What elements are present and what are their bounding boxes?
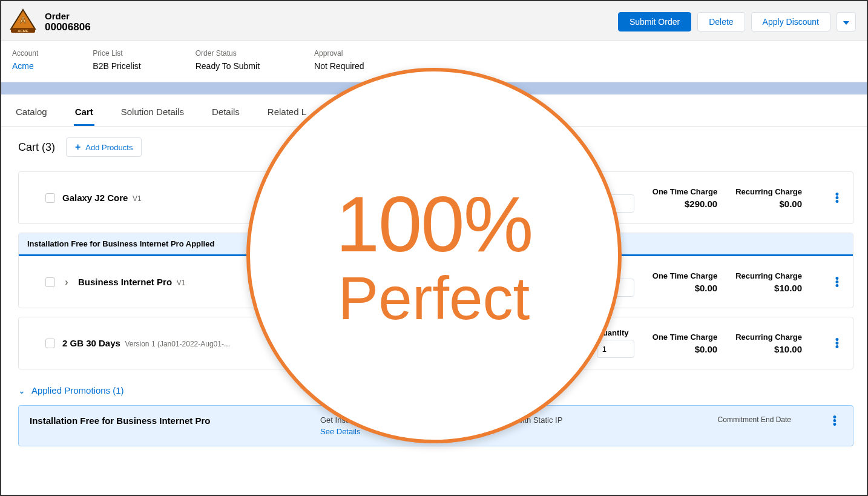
row-checkbox[interactable]: [45, 339, 55, 348]
tab-related[interactable]: Related L: [266, 98, 307, 126]
see-details-link[interactable]: See Details: [320, 427, 658, 436]
svg-text:ACME: ACME: [18, 29, 28, 33]
quantity-label: Quantity: [597, 328, 634, 337]
product-name[interactable]: Galaxy J2 Core: [62, 193, 128, 203]
quantity-input[interactable]: [597, 279, 634, 297]
product-name[interactable]: 2 GB 30 Days: [62, 338, 120, 348]
otc-value: $0.00: [653, 283, 717, 293]
tab-catalog[interactable]: Catalog: [15, 98, 48, 126]
order-number: 00006806: [45, 21, 91, 33]
pricelist-label: Price List: [93, 49, 140, 58]
cart-item-card: Galaxy J2 Core V1 Quantity One Time Char…: [18, 171, 853, 224]
pricelist-value: B2B Pricelist: [93, 61, 140, 71]
caret-down-icon: [843, 21, 849, 25]
commitment-end-date-label: Commitment End Date: [694, 415, 791, 424]
otc-label: One Time Charge: [653, 187, 717, 196]
delete-button[interactable]: Delete: [697, 12, 745, 31]
row-checkbox[interactable]: [45, 277, 55, 287]
plus-icon: +: [75, 142, 81, 153]
account-link[interactable]: Acme: [12, 61, 38, 71]
promotion-actions-menu[interactable]: •••: [827, 415, 842, 426]
otc-label: One Time Charge: [653, 332, 717, 342]
order-status-value: Ready To Submit: [196, 61, 260, 71]
record-highlights: Account Acme Price List B2B Pricelist Or…: [1, 41, 867, 82]
product-version: Version 1 (Jan01-2022-Aug01-...: [125, 340, 230, 348]
expand-chevron-icon[interactable]: ›: [62, 278, 71, 286]
page-header: A ACME Order 00006806 Submit Order Delet…: [1, 1, 867, 41]
cart-title: Cart (3): [18, 141, 55, 154]
approval-value: Not Required: [314, 61, 364, 71]
apply-discount-button[interactable]: Apply Discount: [751, 12, 830, 31]
quantity-input[interactable]: [597, 194, 634, 213]
product-version: V1: [177, 279, 186, 287]
row-actions-menu[interactable]: •••: [830, 338, 844, 349]
row-actions-menu[interactable]: •••: [830, 277, 844, 288]
rc-value: $0.00: [735, 199, 802, 209]
rc-label: Recurring Charge: [735, 332, 802, 342]
product-name[interactable]: Business Internet Pro: [78, 277, 172, 287]
approval-label: Approval: [314, 49, 364, 58]
applied-promotions-toggle[interactable]: ⌄ Applied Promotions (1): [18, 385, 853, 395]
acme-logo-icon: A ACME: [8, 8, 38, 35]
rc-value: $10.00: [735, 344, 802, 354]
quantity-input[interactable]: [597, 340, 634, 358]
chevron-down-icon: ⌄: [18, 386, 25, 395]
otc-label: One Time Charge: [653, 271, 717, 280]
row-actions-menu[interactable]: •••: [830, 193, 844, 203]
row-checkbox[interactable]: [45, 193, 55, 203]
tab-cart[interactable]: Cart: [74, 98, 94, 126]
otc-value: $290.00: [653, 199, 717, 209]
applied-promotions-label: Applied Promotions (1): [31, 385, 124, 395]
otc-value: $0.00: [653, 344, 717, 354]
account-label: Account: [12, 49, 38, 58]
tab-details[interactable]: Details: [211, 98, 241, 126]
tab-solution-details[interactable]: Solution Details: [120, 98, 185, 126]
rc-label: Recurring Charge: [735, 187, 802, 196]
add-products-button[interactable]: + Add Products: [66, 137, 142, 157]
svg-text:A: A: [20, 15, 26, 25]
cart-item-card: Installation Free for Business Internet …: [18, 233, 853, 308]
more-actions-button[interactable]: [837, 12, 856, 31]
record-type-label: Order: [45, 11, 91, 21]
rc-label: Recurring Charge: [735, 271, 802, 280]
rc-value: $10.00: [735, 283, 802, 293]
divider-strip: [1, 82, 867, 94]
promo-applied-banner: Installation Free for Business Internet …: [19, 233, 853, 256]
order-status-label: Order Status: [196, 49, 260, 58]
cart-item-card: 2 GB 30 Days Version 1 (Jan01-2022-Aug01…: [18, 317, 853, 369]
promotion-description: Get Installation Free when buying Busine…: [320, 415, 562, 425]
promotion-card: Installation Free for Business Internet …: [18, 405, 853, 446]
product-version: V1: [133, 194, 142, 203]
tab-bar: Catalog Cart Solution Details Details Re…: [1, 98, 867, 127]
submit-order-button[interactable]: Submit Order: [618, 12, 691, 31]
promotion-name: Installation Free for Business Internet …: [30, 415, 284, 426]
add-products-label: Add Products: [85, 143, 133, 152]
